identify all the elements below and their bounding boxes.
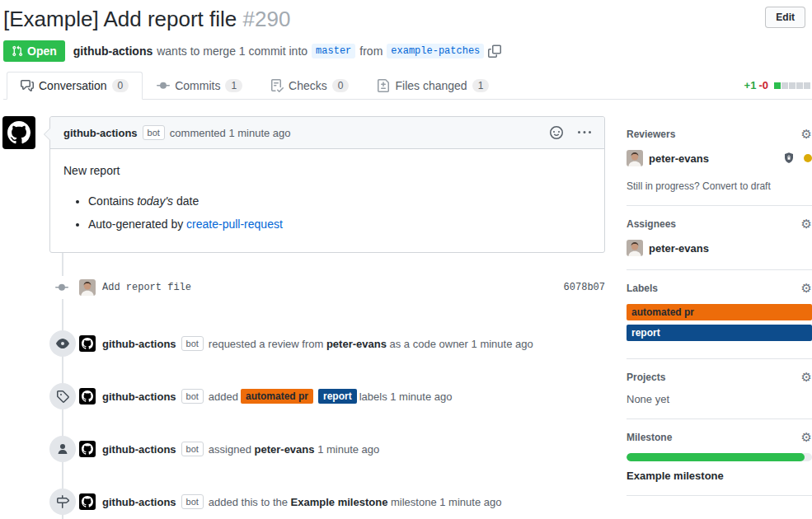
kebab-menu-icon[interactable]	[578, 126, 591, 139]
comment-body: New report Contains today's date Auto-ge…	[50, 149, 604, 252]
tab-conversation[interactable]: Conversation 0	[7, 72, 143, 100]
bullet-text: date	[173, 194, 199, 208]
head-branch-label[interactable]: example-patches	[387, 44, 484, 58]
convert-to-draft-link[interactable]: Convert to draft	[702, 180, 771, 192]
gear-icon[interactable]: ⚙	[801, 217, 812, 230]
commit-sha[interactable]: 6078b07	[564, 282, 605, 293]
diffstat-blocks	[773, 82, 810, 89]
create-pull-request-link[interactable]: create-pull-request	[186, 217, 283, 231]
pr-header: [Example] Add report file #290 Edit	[3, 7, 812, 32]
pr-author[interactable]: github-actions	[73, 44, 153, 58]
merge-summary: github-actions wants to merge 1 commit i…	[73, 44, 502, 58]
labels-heading: Labels	[627, 283, 658, 294]
comment-author[interactable]: github-actions	[63, 127, 138, 139]
gear-icon[interactable]: ⚙	[801, 282, 812, 294]
conversation-column: github-actions bot commented 1 minute ag…	[3, 116, 605, 515]
milestone-progress-fill	[627, 453, 805, 461]
event-author[interactable]: github-actions	[102, 496, 176, 508]
label-automated-pr[interactable]: automated pr	[241, 389, 313, 404]
assignees-heading: Assignees	[627, 218, 676, 230]
label-report[interactable]: report	[627, 325, 812, 341]
bullet-text: Auto-generated by	[88, 217, 186, 231]
assignees-header: Assignees ⚙	[627, 217, 812, 230]
page-title: [Example] Add report file #290	[3, 7, 290, 32]
gear-icon[interactable]: ⚙	[801, 128, 812, 140]
comment-actions	[550, 126, 591, 139]
gear-icon[interactable]: ⚙	[801, 371, 812, 383]
event-tail: as a code owner 1 minute ago	[390, 338, 533, 350]
pr-description-comment: github-actions bot commented 1 minute ag…	[3, 116, 605, 253]
event-tail: labels 1 minute ago	[359, 390, 453, 403]
pr-title-text: [Example] Add report file	[3, 7, 237, 31]
github-actions-avatar[interactable]	[2, 116, 35, 149]
git-commit-icon	[55, 276, 68, 299]
bot-badge: bot	[181, 494, 204, 509]
diffstat-block	[789, 82, 796, 89]
diffstat-block	[804, 82, 810, 89]
git-commit-icon	[157, 79, 170, 92]
commit-message-link[interactable]: Add report file	[102, 282, 191, 293]
diffstat-deletions: -0	[758, 79, 768, 91]
git-pull-request-icon	[12, 45, 23, 57]
diffstat-block	[781, 82, 788, 89]
milestone-section: Milestone ⚙ Example milestone	[627, 419, 812, 496]
committer-avatar[interactable]	[79, 279, 96, 296]
smiley-reaction-icon[interactable]	[550, 126, 563, 139]
github-actions-avatar[interactable]	[79, 335, 96, 352]
checklist-icon	[270, 79, 284, 92]
copy-branch-icon[interactable]	[488, 44, 501, 58]
pr-number: #290	[243, 7, 291, 31]
event-labels-added: github-actions bot added automated pr re…	[3, 383, 605, 409]
tab-label: Checks	[289, 79, 327, 92]
projects-heading: Projects	[627, 372, 665, 383]
tab-counter: 0	[332, 79, 350, 92]
comment-meta: commented 1 minute ago	[170, 127, 291, 139]
reviewer-avatar[interactable]	[627, 150, 643, 166]
comment-bullet: Contains today's date	[88, 193, 591, 210]
assignees-section: Assignees ⚙ peter-evans	[627, 206, 812, 270]
event-assigned: github-actions bot assigned peter-evans …	[3, 436, 605, 462]
tab-checks[interactable]: Checks 0	[256, 72, 363, 100]
event-actor[interactable]: peter-evans	[255, 443, 315, 456]
pull-request-page: [Example] Add report file #290 Edit Open…	[0, 0, 812, 519]
base-branch-label[interactable]: master	[312, 44, 355, 58]
github-actions-avatar[interactable]	[79, 493, 96, 510]
state-badge: Open	[3, 40, 65, 62]
milestone-name[interactable]: Example milestone	[627, 470, 812, 482]
octocat-icon	[7, 121, 31, 144]
state-badge-label: Open	[27, 44, 57, 58]
comment-box: github-actions bot commented 1 minute ag…	[49, 116, 605, 253]
reviewer-status	[782, 152, 812, 165]
octocat-icon	[82, 496, 93, 507]
bot-badge: bot	[181, 442, 204, 456]
event-actor[interactable]: peter-evans	[326, 338, 387, 350]
diffstat: +1 -0	[744, 72, 812, 99]
tab-files-changed[interactable]: Files changed 1	[363, 72, 503, 100]
event-author[interactable]: github-actions	[102, 443, 176, 456]
projects-empty-text: None yet	[627, 393, 812, 405]
reviewer-name[interactable]: peter-evans	[649, 152, 709, 165]
github-actions-avatar[interactable]	[79, 441, 96, 457]
edit-button[interactable]: Edit	[765, 7, 805, 28]
label-report[interactable]: report	[318, 389, 357, 404]
octocat-icon	[82, 390, 93, 402]
bot-badge: bot	[181, 336, 204, 351]
gear-icon[interactable]: ⚙	[801, 431, 812, 443]
github-actions-avatar[interactable]	[79, 388, 96, 404]
hint-text: Still in progress?	[627, 180, 700, 192]
projects-section: Projects ⚙ None yet	[627, 359, 812, 419]
label-automated-pr[interactable]: automated pr	[627, 304, 812, 320]
commit-row: Add report file 6078b07	[3, 278, 605, 297]
event-author[interactable]: github-actions	[102, 338, 176, 350]
merge-text-1: wants to merge 1 commit into	[157, 44, 307, 58]
tab-commits[interactable]: Commits 1	[143, 72, 256, 100]
comment-header: github-actions bot commented 1 minute ag…	[50, 117, 604, 149]
event-author[interactable]: github-actions	[102, 390, 176, 403]
assignee-avatar[interactable]	[627, 240, 643, 256]
assignee-row: peter-evans	[627, 240, 812, 256]
assignee-name[interactable]: peter-evans	[649, 242, 709, 255]
event-milestone-name[interactable]: Example milestone	[291, 496, 388, 508]
file-diff-icon	[377, 79, 390, 92]
pr-tab-bar: Conversation 0 Commits 1 Checks 0 Files …	[3, 72, 812, 100]
event-text: added	[209, 390, 238, 403]
